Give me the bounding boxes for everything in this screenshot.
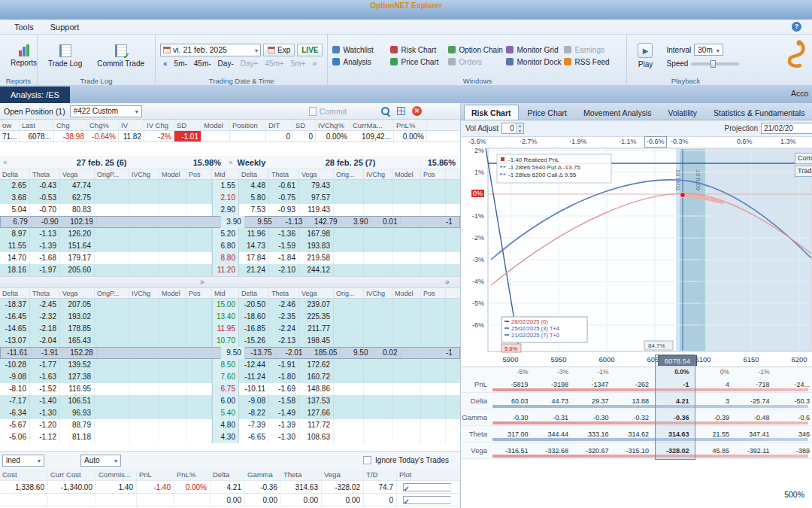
- summary-header-cell: ow: [0, 120, 20, 130]
- grid-export-icon[interactable]: [397, 107, 405, 115]
- window-toggle[interactable]: Analysis: [332, 58, 390, 66]
- window-toggle[interactable]: Risk Chart: [390, 46, 448, 54]
- summary-header-cell: Last: [20, 120, 54, 130]
- menu-item[interactable]: Support: [42, 21, 88, 33]
- option-row[interactable]: -11.61-1.91152.289.50-13.75-2.01185.059.…: [0, 347, 460, 359]
- risk-chart[interactable]: 6040.63 6078.07 -1.40 Realized PnL -1 28…: [461, 147, 812, 354]
- time-step-button[interactable]: «: [160, 59, 171, 68]
- position-panel: Open Position (1) #422 Custom Commit owL…: [0, 103, 460, 508]
- trading-date-input[interactable]: vi. 21 feb. 2025: [160, 44, 261, 56]
- time-step-button[interactable]: Day-: [215, 59, 237, 68]
- collapse-icon[interactable]: «: [0, 158, 11, 166]
- summary-value-row[interactable]: 71...6078...-38.98-0.64%11.82-2%-1.01000…: [0, 131, 460, 142]
- ignore-trades-checkbox[interactable]: [363, 456, 371, 464]
- window-toggle[interactable]: Price Chart: [390, 58, 448, 66]
- greek-row[interactable]: Vega -316.51-332.68-320.67-315.10-328.02…: [461, 443, 812, 459]
- time-step-button[interactable]: Day+: [238, 59, 262, 68]
- play-icon: [638, 43, 653, 58]
- help-icon[interactable]: ?: [792, 22, 801, 32]
- ribbon-group-trade-log: Trade Log Commit Trade Trade Log: [38, 35, 156, 85]
- slider-thumb[interactable]: [710, 60, 716, 68]
- option-row[interactable]: 11.55-1.39151.646.8014.73-1.59193.83: [0, 240, 460, 252]
- exp-button[interactable]: Exp: [263, 44, 295, 56]
- window-toggle[interactable]: Monitor Dock: [506, 58, 564, 66]
- trade-log-button[interactable]: Trade Log: [42, 38, 88, 74]
- window-toggle[interactable]: RSS Feed: [564, 58, 622, 66]
- greek-row[interactable]: Delta 60.0344.7329.3713.884.213-25.74-50…: [461, 393, 812, 409]
- option-row[interactable]: 2.65-0.4347.741.554.48-0.6179.43: [0, 180, 460, 192]
- time-step-button[interactable]: 5m+: [288, 59, 309, 68]
- auto-select[interactable]: Auto: [80, 455, 121, 467]
- expiration-group-header[interactable]: « 27 feb. 25 (6) 15.98% « Weekly 28 feb.…: [0, 156, 460, 169]
- option-row[interactable]: -5.67-1.2088.794.80-7.39-1.39117.72: [0, 419, 460, 431]
- collapse-icon[interactable]: «: [226, 158, 236, 166]
- strategy-select[interactable]: #422 Custom: [70, 105, 142, 117]
- option-row[interactable]: -6.34-1.3096.935.40-8.22-1.49127.66: [0, 407, 460, 419]
- totals-header-cell: PnL: [137, 469, 174, 480]
- plot-checkbox[interactable]: [403, 496, 451, 504]
- option-row[interactable]: 8.97-1.13126.205.2011.96-1.36167.98: [0, 228, 460, 240]
- totals-row[interactable]: 1,338.60-1,340.001.40-1.400.00%4.21-0.36…: [0, 481, 460, 494]
- vol-adjust-spinner[interactable]: 0: [501, 123, 524, 134]
- analysis-tab[interactable]: Movement Analysis: [576, 105, 659, 120]
- time-step-button[interactable]: »: [309, 59, 320, 68]
- tooltip-line: 25/02/2025 (3) T+4: [511, 325, 559, 332]
- option-row[interactable]: 18.16-1.97205.6011.2021.24-2.10244.12: [0, 264, 460, 276]
- pnl-percent-row: -5%-3%-1%0.0%0%-1%: [461, 367, 812, 376]
- option-row[interactable]: -8.10-1.52116.956.75-10.11-1.69148.86: [0, 383, 460, 395]
- window-toggle[interactable]: Monitor Grid: [506, 46, 564, 54]
- option-row[interactable]: -14.65-2.18178.8511.95-16.85-2.24211.77: [0, 323, 460, 335]
- chevron-right-icon[interactable]: »: [445, 278, 450, 286]
- speed-slider[interactable]: [691, 62, 739, 65]
- spinner-down-icon[interactable]: [517, 129, 523, 134]
- window-toggle[interactable]: Earnings: [564, 46, 622, 54]
- plot-checkbox[interactable]: [403, 483, 451, 491]
- option-row[interactable]: -16.45-2.32193.0213.40-18.60-2.35225.35: [0, 311, 460, 323]
- table-splitter[interactable]: » »: [0, 276, 460, 288]
- option-row[interactable]: -18.37-2.45207.0515.00-20.50-2.46239.07: [0, 299, 460, 311]
- option-row[interactable]: -13.07-2.04165.4310.70-15.26-2.13198.45: [0, 335, 460, 347]
- zoom-icon[interactable]: [381, 107, 390, 116]
- analysis-tab[interactable]: Risk Chart: [464, 105, 519, 120]
- greek-row[interactable]: Theta 317.00344.44333.16314.62314.6321.5…: [461, 426, 812, 443]
- summary-header-cell: IVChg%: [316, 120, 350, 130]
- totals-row[interactable]: 0.000.000.000.000: [0, 494, 460, 506]
- interval-select[interactable]: 30m: [694, 44, 723, 56]
- window-toggle[interactable]: Watchlist: [332, 46, 390, 54]
- trade-log-button[interactable]: Commit Trade: [91, 38, 150, 74]
- tab-analysis-es[interactable]: Analysis: /ES: [0, 87, 70, 103]
- totals-header-cell: Delta: [211, 469, 245, 480]
- combined-select[interactable]: ined: [2, 455, 44, 467]
- option-row[interactable]: 5.04-0.7080.832.907.53-0.93119.43: [0, 204, 460, 216]
- analysis-tab[interactable]: Price Chart: [520, 105, 575, 120]
- time-step-button[interactable]: 45m-: [191, 59, 214, 68]
- greek-row[interactable]: Gamma -0.30-0.31-0.30-0.32-0.36-0.39-0.4…: [461, 409, 812, 426]
- commit-side-button[interactable]: Comm: [795, 153, 812, 164]
- greek-row[interactable]: PnL -5819-3198-1347-262-14-718-24...: [461, 376, 812, 393]
- option-row[interactable]: -5.06-1.1281.184.30-6.65-1.30108.63: [0, 431, 460, 443]
- summary-header-cell: SD: [174, 120, 201, 130]
- totals-cell: [174, 494, 211, 506]
- live-button[interactable]: LIVE: [297, 44, 323, 56]
- option-row[interactable]: -9.08-1.63127.387.60-11.24-1.80160.72: [0, 371, 460, 383]
- chevron-right-icon[interactable]: »: [200, 278, 205, 286]
- totals-cell: 1.40: [96, 481, 137, 493]
- projection-date-input[interactable]: 21/02/20: [761, 123, 812, 134]
- option-row[interactable]: 6.79-0.90102.193.909.55-1.13142.793.900.…: [0, 216, 460, 228]
- time-step-button[interactable]: 5m-: [171, 59, 190, 68]
- close-position-icon[interactable]: [412, 106, 422, 116]
- time-step-button[interactable]: 45m+: [262, 59, 286, 68]
- play-button[interactable]: Play: [632, 38, 659, 74]
- trade-side-button[interactable]: Trade (: [795, 166, 812, 177]
- analysis-tab[interactable]: Statistics & Fundamentals: [706, 105, 812, 120]
- window-toggle[interactable]: Orders: [448, 58, 506, 66]
- option-row[interactable]: 14.70-1.68179.178.8017.84-1.84219.58: [0, 252, 460, 264]
- analysis-tab[interactable]: Volatility: [661, 105, 705, 120]
- commit-button[interactable]: Commit: [309, 107, 347, 116]
- option-row[interactable]: 3.68-0.5362.752.105.80-0.7597.57: [0, 192, 460, 204]
- menu-item[interactable]: Tools: [6, 21, 42, 33]
- column-header: Theta: [269, 288, 299, 298]
- window-toggle[interactable]: Option Chain: [448, 46, 506, 54]
- option-row[interactable]: -10.28-1.77139.528.50-12.44-1.91172.62: [0, 359, 460, 371]
- option-row[interactable]: -7.17-1.40106.516.00-9.08-1.58137.53: [0, 395, 460, 407]
